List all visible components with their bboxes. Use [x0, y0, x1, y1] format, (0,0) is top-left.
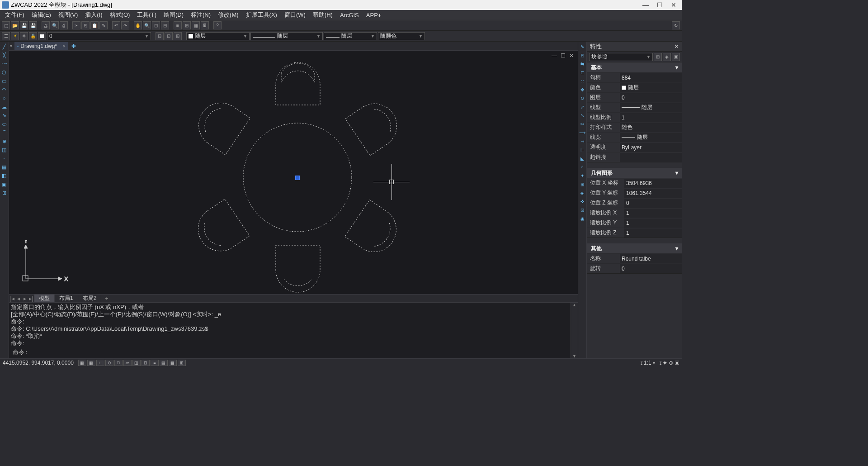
prop-layer[interactable]: 0 — [620, 93, 682, 102]
layout-nav-first[interactable]: |◂ — [9, 295, 15, 302]
erase-icon[interactable]: ✎ — [578, 43, 586, 51]
drawing-canvas[interactable]: — ☐ ✕ X Y — [9, 51, 578, 294]
menu-modify[interactable]: 修改(M) — [215, 10, 242, 20]
add-layout-btn[interactable]: + — [101, 295, 112, 302]
region-icon[interactable]: ▣ — [0, 180, 8, 188]
layer-uniso-btn[interactable]: ⊞ — [174, 32, 182, 40]
point-icon[interactable]: · — [0, 154, 8, 162]
prop-rotation[interactable]: 0 — [620, 264, 682, 273]
undo-btn[interactable]: ↶ — [112, 21, 120, 29]
tool-d-icon[interactable]: ⊡ — [578, 206, 586, 214]
coords-readout[interactable]: 4415.0952, 994.9017, 0.0000 — [3, 360, 74, 366]
fillet-icon[interactable]: ◜ — [578, 163, 586, 171]
copy-btn[interactable]: ⎘ — [81, 21, 90, 29]
layout-nav-next[interactable]: ▸ — [22, 295, 28, 302]
tab-layout2[interactable]: 布局2 — [78, 295, 102, 303]
vp-minimize-btn[interactable]: — — [550, 52, 558, 59]
osnap-btn[interactable]: □ — [114, 360, 123, 366]
layer-state-combo[interactable]: 随层 ▼ — [186, 32, 250, 40]
ducs-btn[interactable]: ◫ — [132, 360, 141, 366]
sc-btn[interactable]: ▦ — [169, 360, 177, 366]
trim-icon[interactable]: ✂ — [578, 120, 586, 128]
xline-icon[interactable]: ╳ — [0, 51, 8, 59]
new-btn[interactable]: ▢ — [2, 21, 10, 29]
zoom-btn[interactable]: 🔍 — [143, 21, 151, 29]
scale-icon[interactable]: ⤢ — [578, 103, 586, 111]
menu-edit[interactable]: 编辑(E) — [28, 10, 54, 20]
section-basic[interactable]: 基本▾ — [587, 62, 682, 72]
command-history[interactable]: 指定窗口的角点，输入比例因子 (nX 或 nXP)，或者 [全部(A)/中心(C… — [9, 303, 571, 358]
stretch-icon[interactable]: ⤡ — [578, 111, 586, 119]
pan-btn[interactable]: ✋ — [134, 21, 142, 29]
saveall-btn[interactable]: 💾 — [29, 21, 37, 29]
block-icon[interactable]: ◫ — [0, 146, 8, 154]
tab-layout1[interactable]: 布局1 — [55, 295, 78, 303]
pickadd-btn[interactable]: ◈ — [663, 53, 671, 61]
model-btn[interactable]: ⊞ — [178, 360, 186, 366]
dc-btn[interactable]: ⊞ — [183, 21, 191, 29]
chamfer-icon[interactable]: ◣ — [578, 154, 586, 162]
document-tab[interactable]: ▫ Drawing1.dwg* × — [14, 42, 68, 50]
zoomprev-btn[interactable]: ⊟ — [161, 21, 169, 29]
tab-close-btn[interactable]: × — [63, 43, 66, 49]
prop-linetype[interactable]: 随层 — [620, 103, 682, 112]
menu-dimension[interactable]: 标注(N) — [188, 10, 214, 20]
layer-iso-btn[interactable]: ⊡ — [165, 32, 173, 40]
open-btn[interactable]: 📂 — [11, 21, 19, 29]
spline-icon[interactable]: ∿ — [0, 111, 8, 119]
quickselect-btn[interactable]: ⊞ — [654, 53, 662, 61]
prop-scaley[interactable]: 1 — [624, 219, 682, 228]
scroll-up-icon[interactable]: ▲ — [572, 303, 576, 307]
plot-btn[interactable]: 🖨 — [42, 21, 50, 29]
lineweight-combo[interactable]: 随层 ▼ — [324, 32, 377, 40]
snap-btn[interactable]: ▦ — [78, 360, 86, 366]
section-geometry[interactable]: 几何图形▾ — [587, 168, 682, 178]
paste-btn[interactable]: 📋 — [90, 21, 99, 29]
hatch-icon[interactable]: ▦ — [0, 163, 8, 171]
prop-posx[interactable]: 3504.6936 — [624, 179, 682, 188]
maximize-btn[interactable]: ☐ — [657, 1, 663, 9]
grid-btn[interactable]: ▦ — [87, 360, 95, 366]
matchprop-btn[interactable]: ✎ — [99, 21, 108, 29]
help-btn[interactable]: ? — [213, 21, 222, 29]
gradient-icon[interactable]: ◧ — [0, 171, 8, 180]
revcloud-icon[interactable]: ☁ — [0, 103, 8, 111]
insert-icon[interactable]: ⊕ — [0, 137, 8, 145]
prop-plotstyle[interactable]: 随色 — [620, 123, 682, 132]
offset-icon[interactable]: ⊏ — [578, 68, 586, 76]
otrack-btn[interactable]: ▱ — [123, 360, 132, 366]
polygon-icon[interactable]: ⬠ — [0, 68, 8, 76]
preview-btn[interactable]: 🔍 — [51, 21, 59, 29]
lwt-btn[interactable]: ≡ — [151, 360, 159, 366]
cut-btn[interactable]: ✂ — [72, 21, 80, 29]
ellipse-icon[interactable]: ⬭ — [0, 120, 8, 128]
command-input[interactable]: 命令: — [11, 349, 569, 356]
prop-name[interactable]: Round talbe — [620, 254, 682, 263]
vp-maximize-btn[interactable]: ☐ — [559, 52, 567, 59]
calc-btn[interactable]: 🖩 — [201, 21, 209, 29]
prop-color[interactable]: 随层 — [620, 83, 682, 92]
menu-view[interactable]: 视图(V) — [55, 10, 81, 20]
break-icon[interactable]: ⊣ — [578, 137, 586, 145]
save-btn[interactable]: 💾 — [20, 21, 28, 29]
layout-nav-last[interactable]: ▸| — [28, 295, 34, 302]
selection-type-combo[interactable]: 块参照 ▼ — [589, 53, 653, 61]
tab-handle-icon[interactable]: ▾ — [10, 43, 14, 48]
menu-express[interactable]: 扩展工具(X) — [243, 10, 280, 20]
prop-hyperlink[interactable] — [620, 153, 682, 162]
mirror-icon[interactable]: ⇋ — [578, 60, 586, 68]
array-icon[interactable]: ∷ — [578, 77, 586, 85]
layer-combo[interactable]: 0 ▼ — [47, 32, 151, 40]
scroll-down-icon[interactable]: ▼ — [572, 354, 576, 358]
explode-icon[interactable]: ✦ — [578, 171, 586, 180]
color-combo[interactable]: 随颜色 ▼ — [378, 32, 425, 40]
circle-icon[interactable]: ○ — [0, 94, 8, 102]
prop-posz[interactable]: 0 — [624, 199, 682, 208]
menu-format[interactable]: 格式(O) — [107, 10, 133, 20]
minimize-btn[interactable]: — — [642, 1, 649, 9]
dyn-btn[interactable]: ⊡ — [142, 360, 150, 366]
prop-posy[interactable]: 1061.3544 — [624, 189, 682, 198]
layer-prev-btn[interactable]: ⊟ — [156, 32, 164, 40]
command-scrollbar[interactable]: ▲ ▼ — [571, 303, 578, 358]
tool-a-icon[interactable]: ⊞ — [578, 180, 586, 188]
